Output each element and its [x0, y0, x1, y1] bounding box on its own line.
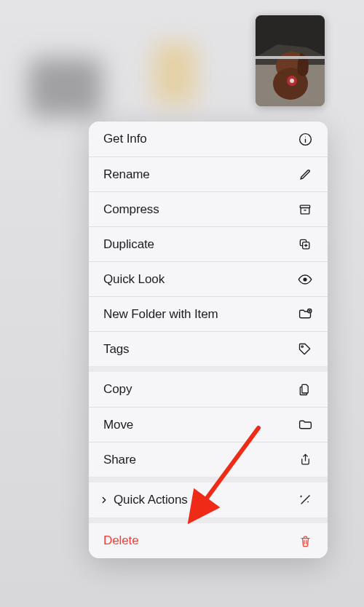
- svg-point-16: [309, 495, 310, 496]
- menu-item-label: Rename: [103, 167, 150, 182]
- menu-item-label: Share: [103, 453, 136, 467]
- menu-item-new-folder[interactable]: New Folder with Item: [89, 296, 328, 331]
- folder-icon: [297, 417, 313, 433]
- menu-group-4: Delete: [89, 523, 328, 558]
- menu-group-3: Quick Actions: [89, 483, 328, 517]
- menu-item-label: Duplicate: [103, 237, 154, 252]
- tag-icon: [297, 341, 313, 357]
- menu-item-label: Move: [103, 418, 133, 432]
- menu-item-label: Quick Look: [103, 272, 165, 287]
- eye-icon: [297, 271, 313, 287]
- menu-group-2: Copy Move Share: [89, 372, 328, 477]
- menu-item-tags[interactable]: Tags: [89, 331, 328, 366]
- svg-point-7: [290, 79, 294, 83]
- menu-item-move[interactable]: Move: [89, 407, 328, 442]
- thumbnail-preview[interactable]: [256, 15, 325, 106]
- menu-item-label: Compress: [103, 202, 159, 217]
- menu-item-label: New Folder with Item: [103, 307, 218, 322]
- sparkles-wand-icon: [297, 492, 313, 508]
- menu-item-label: Copy: [103, 382, 132, 397]
- chevron-right-icon: [99, 495, 109, 505]
- doc-on-doc-icon: [297, 381, 313, 397]
- info-circle-icon: [297, 131, 313, 147]
- folder-plus-icon: [297, 306, 313, 322]
- menu-item-label: Get Info: [103, 132, 147, 146]
- menu-item-get-info[interactable]: Get Info: [89, 122, 328, 156]
- menu-item-duplicate[interactable]: Duplicate: [89, 226, 328, 261]
- svg-point-15: [301, 346, 303, 347]
- menu-item-copy[interactable]: Copy: [89, 372, 328, 407]
- menu-item-label: Quick Actions: [114, 493, 188, 507]
- svg-point-10: [304, 136, 305, 137]
- menu-item-delete[interactable]: Delete: [89, 523, 328, 558]
- menu-item-label: Tags: [103, 342, 130, 357]
- menu-item-compress[interactable]: Compress: [89, 191, 328, 226]
- menu-item-quick-actions[interactable]: Quick Actions: [89, 483, 328, 517]
- menu-item-rename[interactable]: Rename: [89, 156, 328, 191]
- share-icon: [297, 452, 313, 468]
- svg-point-13: [303, 277, 306, 281]
- archivebox-icon: [297, 202, 313, 218]
- trash-icon: [297, 533, 313, 549]
- svg-rect-11: [300, 205, 309, 207]
- svg-rect-8: [256, 56, 325, 59]
- duplicate-icon: [297, 237, 313, 253]
- menu-item-share[interactable]: Share: [89, 442, 328, 477]
- menu-item-label: Delete: [103, 533, 139, 548]
- context-menu: Get Info Rename Compress Duplicate Quick…: [89, 122, 328, 558]
- menu-item-quicklook[interactable]: Quick Look: [89, 261, 328, 296]
- menu-group-1: Get Info Rename Compress Duplicate Quick…: [89, 122, 328, 366]
- pencil-icon: [297, 167, 313, 183]
